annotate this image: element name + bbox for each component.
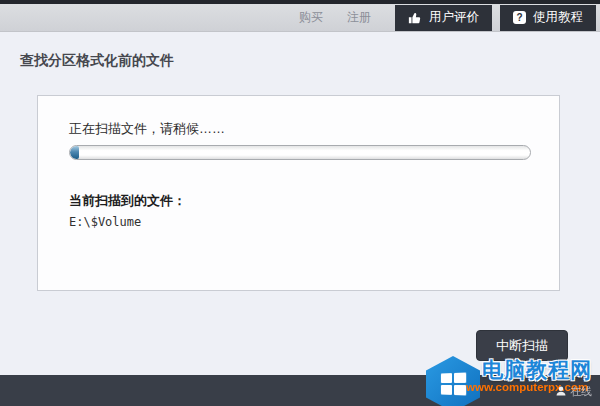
tutorial-button[interactable]: ? 使用教程 — [500, 5, 596, 31]
user-review-button[interactable]: 用户评价 — [395, 5, 492, 31]
online-overlay: 在线 — [555, 384, 592, 399]
watermark-site-name: 电脑教程网 — [482, 356, 592, 384]
current-file-path: E:\$Volume — [69, 215, 141, 229]
tutorial-label: 使用教程 — [533, 9, 583, 26]
top-bar: 购买 注册 用户评价 ? 使用教程 — [0, 0, 600, 32]
scan-panel: 正在扫描文件，请稍候…… 当前扫描到的文件： E:\$Volume — [37, 95, 560, 291]
page-title: 查找分区格式化前的文件 — [20, 52, 174, 70]
progress-fill — [70, 146, 79, 159]
user-review-label: 用户评价 — [429, 9, 479, 26]
current-file-label: 当前扫描到的文件： — [69, 192, 186, 210]
buy-link[interactable]: 购买 — [299, 9, 323, 26]
register-link[interactable]: 注册 — [347, 9, 371, 26]
thumbs-up-icon — [408, 11, 422, 25]
person-icon — [555, 385, 567, 399]
scan-progress-bar — [69, 145, 531, 160]
site-watermark: 电脑教程网 www.computerpx.com 在线 — [426, 354, 598, 406]
windows-flag-icon — [441, 372, 466, 395]
scan-status-message: 正在扫描文件，请稍候…… — [69, 120, 225, 138]
question-icon: ? — [513, 11, 526, 24]
online-overlay-text: 在线 — [570, 384, 592, 399]
